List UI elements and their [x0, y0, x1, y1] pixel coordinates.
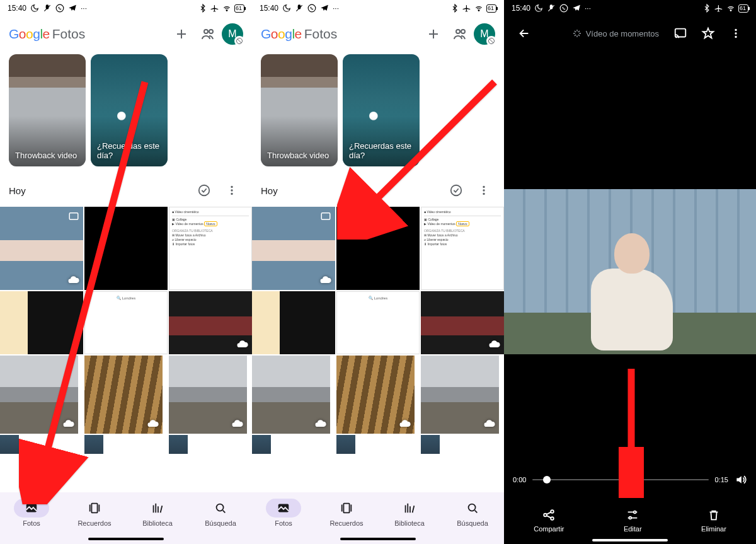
back-button[interactable] [512, 21, 537, 46]
video-frame[interactable] [504, 189, 756, 354]
thumbnail[interactable] [169, 435, 188, 454]
whatsapp-icon [55, 4, 64, 13]
svg-point-41 [629, 517, 632, 519]
moon-icon [282, 4, 291, 13]
memories-row: Throwback video ¿Recuerdas este día? [252, 52, 504, 174]
delete-button[interactable]: Eliminar [701, 508, 726, 533]
sync-off-icon [234, 36, 244, 46]
panel-3: 15:40 ··· 61 Vídeo de momentos [504, 0, 756, 544]
cloud-icon [146, 417, 159, 430]
svg-point-13 [217, 504, 224, 511]
scrub-thumb[interactable] [543, 476, 551, 483]
thumbnail[interactable] [336, 207, 420, 290]
volume-icon[interactable] [735, 473, 747, 486]
share-people-button[interactable] [447, 21, 472, 47]
cloud-icon [483, 417, 495, 430]
favorite-button[interactable] [696, 21, 721, 46]
section-header-today: Hoy [0, 174, 252, 207]
thumbnail[interactable] [84, 356, 163, 434]
scrub-track[interactable] [532, 479, 708, 480]
telegram-icon [68, 4, 77, 13]
more-dots-icon: ··· [333, 4, 339, 13]
section-title: Hoy [9, 185, 188, 196]
thumbnail[interactable] [252, 207, 335, 290]
moments-video-chip[interactable]: Vídeo de momentos [566, 25, 665, 42]
thumbnail[interactable] [0, 291, 83, 354]
thumbnail[interactable]: 🔍 Londres [336, 291, 420, 354]
video-icon [68, 211, 79, 222]
mute-icon [547, 4, 556, 13]
thumbnail[interactable] [169, 291, 252, 354]
airplane-icon [210, 4, 219, 13]
wifi-icon [474, 4, 483, 13]
app-title: Fotos [304, 26, 338, 42]
svg-point-32 [730, 10, 731, 11]
thumbnail[interactable] [252, 291, 335, 354]
svg-point-8 [231, 189, 232, 191]
thumbnail[interactable] [421, 435, 440, 454]
thumbnail[interactable] [421, 291, 504, 354]
svg-point-9 [231, 193, 232, 195]
svg-rect-10 [69, 213, 78, 220]
thumbnail[interactable] [169, 356, 247, 434]
thumbnail[interactable]: ■ Video cinemático ▣ Collage ▶ Video de … [421, 207, 504, 290]
video-scrubber[interactable]: 0:00 0:15 [504, 473, 756, 486]
thumbnail[interactable] [0, 207, 83, 290]
thumbnail[interactable] [336, 435, 355, 454]
thumbnail[interactable] [252, 356, 330, 434]
sparkle-icon [572, 28, 582, 38]
airplane-icon [714, 4, 723, 13]
nav-fotos[interactable]: Fotos [255, 499, 312, 544]
nav-busqueda[interactable]: Búsqueda [192, 499, 249, 544]
select-all-button[interactable] [193, 179, 215, 202]
add-button[interactable] [421, 21, 446, 47]
memory-card-throwback[interactable]: Throwback video [261, 54, 338, 166]
thumbnail[interactable] [421, 356, 499, 434]
svg-point-16 [308, 4, 316, 12]
more-menu-button[interactable] [472, 179, 495, 202]
svg-point-18 [456, 30, 460, 33]
panel-1: 15:40 ··· 61 Google Fotos M [0, 0, 252, 544]
battery-indicator: 61 [486, 4, 496, 13]
account-avatar[interactable]: M [222, 23, 243, 45]
section-title: Hoy [261, 185, 440, 196]
battery-indicator: 61 [738, 4, 748, 13]
edit-button[interactable]: Editar [624, 508, 642, 533]
thumbnail[interactable] [336, 356, 415, 434]
svg-point-35 [735, 32, 736, 34]
overflow-button[interactable] [723, 21, 748, 46]
thumbnail[interactable] [0, 356, 78, 434]
more-dots-icon: ··· [81, 4, 87, 13]
svg-rect-33 [675, 29, 686, 37]
add-button[interactable] [169, 21, 194, 47]
nav-fotos[interactable]: Fotos [3, 499, 60, 544]
photo-grid: ■ Video cinemático ▣ Collage ▶ Video de … [252, 207, 504, 434]
more-menu-button[interactable] [220, 179, 243, 202]
video-icon [320, 211, 331, 222]
cloud-icon [62, 417, 74, 430]
share-button[interactable]: Compartir [534, 508, 564, 533]
svg-point-34 [735, 29, 736, 31]
thumbnail[interactable] [84, 435, 103, 454]
photo-grid: ■ Video cinemático ▣ Collage ▶ Video de … [0, 207, 252, 434]
cast-button[interactable] [668, 21, 693, 46]
thumbnail[interactable]: 🔍 Londres [84, 291, 168, 354]
share-people-button[interactable] [195, 21, 220, 47]
thumbnail[interactable] [0, 435, 19, 454]
memory-card-throwback[interactable]: Throwback video [9, 54, 86, 166]
svg-rect-27 [343, 504, 349, 513]
cloud-icon [231, 417, 243, 430]
svg-point-6 [199, 185, 210, 196]
thumbnail[interactable] [84, 207, 168, 290]
nav-busqueda[interactable]: Búsqueda [444, 499, 501, 544]
memory-card-remember-day[interactable]: ¿Recuerdas este día? [343, 54, 420, 166]
select-all-button[interactable] [445, 179, 467, 202]
svg-point-21 [451, 185, 462, 196]
thumbnail[interactable] [252, 435, 271, 454]
account-avatar[interactable]: M [474, 23, 495, 45]
thumbnail[interactable]: ■ Video cinemático ▣ Collage ▶ Video de … [169, 207, 252, 290]
status-time: 15:40 [8, 4, 26, 13]
status-bar: 15:40 ··· 61 [504, 0, 756, 16]
svg-point-31 [560, 4, 568, 12]
memory-card-remember-day[interactable]: ¿Recuerdas este día? [91, 54, 168, 166]
